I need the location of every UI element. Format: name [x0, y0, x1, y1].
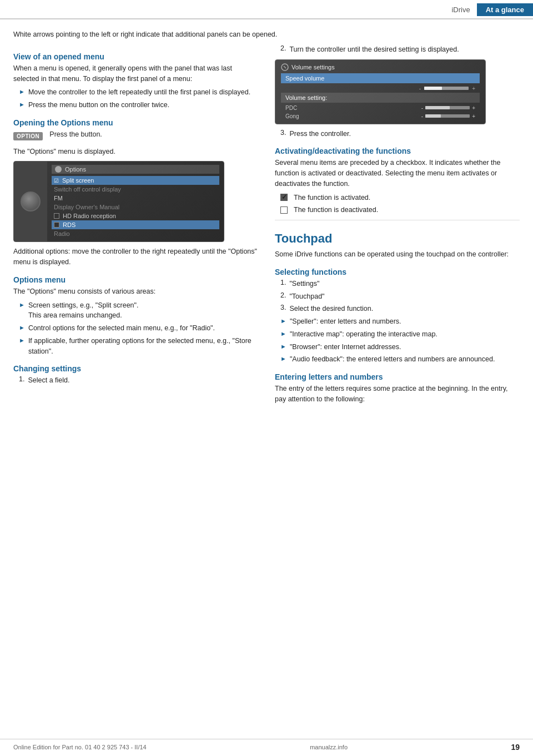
selecting-step-2-text: "Touchpad" [289, 291, 324, 302]
options-screen-controller [14, 162, 47, 241]
pdc-slider [425, 106, 470, 109]
opening-options-heading: Opening the Options menu [13, 118, 258, 127]
touchpad-para: Some iDrive functions can be operated us… [275, 249, 520, 260]
radio-label: Radio [54, 230, 70, 237]
options-item-fm: FM [52, 194, 219, 203]
pdc-slider-fill [425, 106, 450, 109]
fm-label: FM [54, 195, 63, 201]
checkbox-deactivated-text: The function is deactivated. [294, 205, 378, 215]
gong-label: Gong [285, 113, 299, 119]
additional-options-text: Additional options: move the controller … [13, 246, 258, 268]
selecting-step-3: 3. Select the desired function. [275, 304, 520, 314]
selecting-step-2-num: 2. [280, 291, 286, 299]
selecting-functions-heading: Selecting functions [275, 268, 520, 276]
selecting-bullet-audio: ► "Audio feedback": the entered letters … [275, 354, 520, 365]
selecting-bullet-text-speller: "Speller": enter letters and numbers. [290, 316, 401, 327]
entering-para: The entry of the letters requires some p… [275, 384, 520, 405]
options-title-bar: Options [52, 165, 219, 174]
pdc-minus: - [421, 105, 423, 111]
view-opened-menu-heading: View of an opened menu [13, 52, 258, 61]
options-displayed-text: The "Options" menu is displayed. [13, 147, 258, 157]
svg-line-1 [284, 66, 286, 68]
bullet-arrow-icon-2: ► [19, 101, 25, 108]
options-bullet-3: ► If applicable, further operating optio… [13, 336, 258, 357]
page-number: 19 [511, 743, 520, 752]
volume-speed-item: Speed volume [281, 73, 480, 83]
volume-title: Volume settings [281, 63, 480, 71]
speed-plus: + [472, 85, 475, 92]
pdc-bar: - + [421, 105, 475, 111]
changing-settings-heading: Changing settings [13, 364, 258, 373]
display-manual-label: Display Owner's Manual [54, 204, 119, 210]
activating-heading: Activating/deactivating the functions [275, 147, 520, 155]
options-bullet-text-2: Control options for the selected main me… [28, 323, 215, 334]
split-screen-label: Split screen [62, 177, 94, 184]
options-item-hd-radio: HD Radio reception [52, 211, 219, 220]
options-screen: Options ☑ Split screen Switch off contro… [13, 161, 224, 242]
selecting-step-2: 2. "Touchpad" [275, 291, 520, 302]
gong-slider [425, 114, 470, 118]
checkbox-deactivated-row: The function is deactivated. [275, 205, 520, 215]
selecting-bullet-browser: ► "Browser": enter Internet addresses. [275, 342, 520, 352]
view-bullet-2: ► Press the menu button on the controlle… [13, 100, 258, 110]
touchpad-heading: Touchpad [275, 231, 520, 246]
right-step-2: 2. Turn the controller until the desired… [275, 44, 520, 55]
options-bullet-1: ► Screen settings, e.g., "Split screen".… [13, 300, 258, 321]
options-bullet-arrow-3: ► [19, 337, 25, 344]
gong-minus: - [421, 113, 423, 119]
top-paragraph: White arrows pointing to the left or rig… [0, 25, 533, 40]
selecting-bullet-arrow-4: ► [280, 355, 286, 362]
selecting-bullet-text-interactive: "Interactive map": operating the interac… [290, 329, 438, 340]
speed-minus: - [419, 85, 421, 92]
selecting-step-1: 1. "Settings" [275, 279, 520, 289]
changing-step-1: 1. Select a field. [13, 375, 258, 386]
selecting-bullet-speller: ► "Speller": enter letters and numbers. [275, 316, 520, 327]
entering-heading: Entering letters and numbers [275, 372, 520, 381]
main-content: View of an opened menu When a menu is op… [0, 44, 533, 408]
options-item-rds: RDS [52, 220, 219, 229]
right-step-3: 3. Press the controller. [275, 129, 520, 139]
selecting-step-1-text: "Settings" [289, 279, 319, 289]
selecting-bullet-arrow-2: ► [280, 330, 286, 337]
options-bullet-2: ► Control options for the selected main … [13, 323, 258, 334]
checkbox-activated-row: The function is activated. [275, 193, 520, 203]
header-ataglance-label: At a glance [477, 3, 533, 16]
activating-para: Several menu items are preceded by a che… [275, 158, 520, 189]
footer-manual-url: manualzz.info [310, 744, 348, 750]
view-bullet-text-1: Move the controller to the left repeated… [28, 87, 250, 98]
view-bullet-1: ► Move the controller to the left repeat… [13, 87, 258, 98]
selecting-bullet-text-browser: "Browser": enter Internet addresses. [290, 342, 401, 352]
changing-step-1-num: 1. [19, 375, 24, 383]
speed-volume-slider [424, 87, 469, 90]
left-column: View of an opened menu When a menu is op… [13, 44, 258, 408]
options-item-radio: Radio [52, 229, 219, 238]
hd-radio-label: HD Radio reception [63, 213, 116, 219]
speed-volume-fill [424, 87, 442, 90]
press-button-line: OPTION Press the button. [13, 129, 258, 143]
right-step-3-text: Press the controller. [289, 129, 350, 139]
section-divider [275, 220, 520, 220]
selecting-bullet-text-audio: "Audio feedback": the entered letters an… [290, 354, 495, 365]
page-header: iDrive At a glance [0, 0, 533, 19]
view-bullet-text-2: Press the menu button on the controller … [28, 100, 169, 110]
options-gear-icon [55, 166, 62, 173]
options-bullet-arrow-2: ► [19, 324, 25, 331]
controller-knob-icon [21, 191, 41, 211]
right-column: 2. Turn the controller until the desired… [275, 44, 520, 408]
pdc-label: PDC [285, 105, 297, 111]
volume-settings-screen: Volume settings Speed volume - + Volume … [275, 59, 486, 124]
checkbox-activated-icon [280, 194, 288, 201]
options-bullet-text-3: If applicable, further operating options… [28, 336, 258, 357]
right-step-2-num: 2. [280, 44, 286, 52]
rds-checkbox-icon [54, 222, 59, 228]
right-step-3-num: 3. [280, 129, 286, 137]
options-screen-menu: Options ☑ Split screen Switch off contro… [47, 162, 224, 241]
changing-step-1-text: Select a field. [28, 375, 69, 386]
selecting-step-3-num: 3. [280, 304, 286, 311]
options-item-display-manual: Display Owner's Manual [52, 203, 219, 211]
press-button-text: Press the button. [49, 129, 102, 140]
selecting-bullet-interactive: ► "Interactive map": operating the inter… [275, 329, 520, 340]
right-step-2-text: Turn the controller until the desired se… [289, 44, 459, 55]
options-menu-intro: The "Options" menu consists of various a… [13, 286, 258, 297]
options-bullet-text-1: Screen settings, e.g., "Split screen". [28, 301, 139, 309]
